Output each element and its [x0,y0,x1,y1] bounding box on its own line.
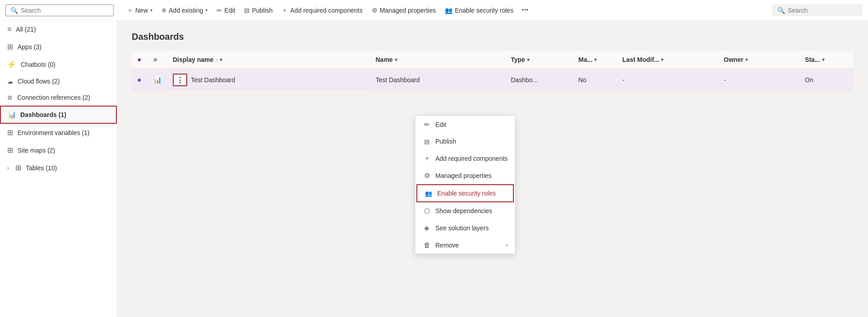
new-button[interactable]: ＋ New ▾ [123,4,156,17]
toolbar-right-search: 🔍 [772,5,863,16]
sidebar-item-connection-references[interactable]: ⚙ Connection references (2) [0,89,117,106]
row-display-name: ⋮ Test Dashboard [167,69,370,91]
add-existing-label: Add existing [169,7,203,14]
publish-button[interactable]: ▤ Publish [240,4,276,17]
th-display-name-label: Display name [173,56,213,63]
row-more-actions-button[interactable]: ⋮ [173,74,187,86]
sidebar-item-cloud-flows[interactable]: ☁ Cloud flows (2) [0,73,117,89]
th-ma[interactable]: Ma... ▾ [573,51,617,69]
th-name[interactable]: Name ▾ [370,51,506,69]
remove-submenu-icon: › [506,242,508,248]
context-menu-remove[interactable]: 🗑 Remove › [416,237,515,253]
context-enable-security-label: Enable security roles [437,190,496,197]
select-all-icon[interactable]: ● [137,56,142,63]
context-remove-label: Remove [435,242,459,249]
context-see-solution-label: See solution layers [435,224,489,232]
add-existing-button[interactable]: ⊕ Add existing ▾ [158,4,211,17]
row-check[interactable]: ● [132,69,148,91]
add-required-button[interactable]: ＋ Add required components [278,4,366,17]
sidebar-item-apps[interactable]: ⊞ Apps (3) [0,38,117,56]
context-menu: ✏ Edit ▤ Publish ＋ Add required componen… [415,116,515,254]
sidebar-item-all[interactable]: ≡ All (21) [0,21,117,38]
add-required-label: Add required components [290,7,362,14]
chatbots-icon: ⚡ [7,60,16,69]
row-name: Test Dashboard [370,69,506,91]
right-search-icon: 🔍 [777,7,785,14]
sidebar-item-tables[interactable]: › ⊞ Tables (10) [0,159,117,177]
edit-button[interactable]: ✏ Edit [213,4,239,17]
context-add-required-icon: ＋ [423,154,431,163]
context-menu-add-required[interactable]: ＋ Add required components [416,149,515,167]
add-existing-icon: ⊕ [162,7,166,14]
sidebar-item-dashboards-label: Dashboards (1) [20,111,109,118]
content-area: Dashboards ● ≡ Display name [117,21,868,317]
sidebar-item-connection-references-label: Connection references (2) [17,94,110,101]
publish-icon: ▤ [244,7,249,14]
add-required-icon: ＋ [282,6,288,14]
toolbar-search-input[interactable] [21,7,109,14]
context-menu-managed-props[interactable]: ⚙ Managed properties [416,167,515,184]
sidebar-item-site-maps[interactable]: ⊞ Site maps (2) [0,141,117,159]
sidebar-item-cloud-flows-label: Cloud flows (2) [18,78,110,85]
context-publish-icon: ▤ [423,138,431,145]
connection-references-icon: ⚙ [7,94,13,101]
new-label: New [135,7,148,14]
th-lastmod[interactable]: Last Modif... ▾ [617,51,719,69]
toolbar: 🔍 ＋ New ▾ ⊕ Add existing ▾ ✏ Edit ▤ Publ… [0,0,868,21]
site-maps-icon: ⊞ [7,146,13,154]
sidebar-item-environment-variables[interactable]: ⊞ Environment variables (1) [0,124,117,141]
managed-properties-label: Managed properties [380,7,436,14]
th-owner[interactable]: Owner ▾ [718,51,799,69]
th-icon-list[interactable]: ≡ [153,56,162,63]
display-name-sort-dropdown-icon[interactable]: ▾ [220,57,222,63]
enable-security-button[interactable]: 👥 Enable security roles [441,4,517,17]
row-owner: - [718,69,799,91]
status-filter-icon[interactable]: ▾ [822,57,825,63]
display-name-sort-asc-icon: ↑ [215,57,218,62]
sidebar-item-apps-label: Apps (3) [18,43,110,51]
th-type[interactable]: Type ▾ [505,51,573,69]
th-name-label: Name [376,56,393,63]
sidebar-item-all-label: All (21) [16,26,110,33]
context-menu-edit[interactable]: ✏ Edit [416,116,515,133]
th-status[interactable]: Sta... ▾ [799,51,854,69]
tables-expand-icon: › [7,165,9,171]
context-menu-publish[interactable]: ▤ Publish [416,133,515,149]
sidebar-item-site-maps-label: Site maps (2) [18,147,110,154]
row-ma: No [573,69,617,91]
row-check-icon: ● [137,76,142,84]
context-publish-label: Publish [435,138,456,145]
context-menu-see-solution[interactable]: ◈ See solution layers [416,219,515,237]
lastmod-filter-icon[interactable]: ▾ [661,57,664,63]
th-type-label: Type [511,56,525,63]
main-body: ≡ All (21) ⊞ Apps (3) ⚡ Chatbots (0) ☁ C… [0,21,868,317]
ma-filter-icon[interactable]: ▾ [594,57,597,63]
managed-properties-button[interactable]: ⚙ Managed properties [368,4,440,17]
cloud-flows-icon: ☁ [7,78,13,85]
context-add-required-label: Add required components [435,155,508,162]
type-filter-icon[interactable]: ▾ [527,57,530,63]
sidebar-item-environment-variables-label: Environment variables (1) [18,129,110,136]
table-header-row: ● ≡ Display name ↑ ▾ [132,51,854,69]
managed-properties-icon: ⚙ [372,7,378,14]
row-display-name-value: Test Dashboard [191,76,235,84]
new-icon: ＋ [127,6,133,14]
sidebar-item-dashboards[interactable]: 📊 Dashboards (1) [0,106,117,124]
owner-filter-icon[interactable]: ▾ [745,57,748,63]
right-search-input[interactable] [788,7,858,14]
name-filter-icon[interactable]: ▾ [395,57,397,63]
more-actions-button[interactable]: ··· [519,5,531,15]
data-table: ● ≡ Display name ↑ ▾ [132,51,854,92]
context-menu-enable-security[interactable]: 👥 Enable security roles [416,184,514,202]
context-show-dependencies-label: Show dependencies [435,207,492,214]
th-display-name[interactable]: Display name ↑ ▾ [167,51,370,69]
th-lastmod-label: Last Modif... [623,56,660,63]
sidebar-item-tables-label: Tables (10) [26,164,110,172]
sidebar-item-chatbots[interactable]: ⚡ Chatbots (0) [0,56,117,73]
more-label: ··· [522,5,528,15]
environment-variables-icon: ⊞ [7,128,13,137]
context-menu-show-dependencies[interactable]: ⬡ Show dependencies [416,202,515,219]
toolbar-search: 🔍 [5,5,114,16]
all-icon: ≡ [7,25,11,33]
dashboards-icon: 📊 [8,111,16,118]
